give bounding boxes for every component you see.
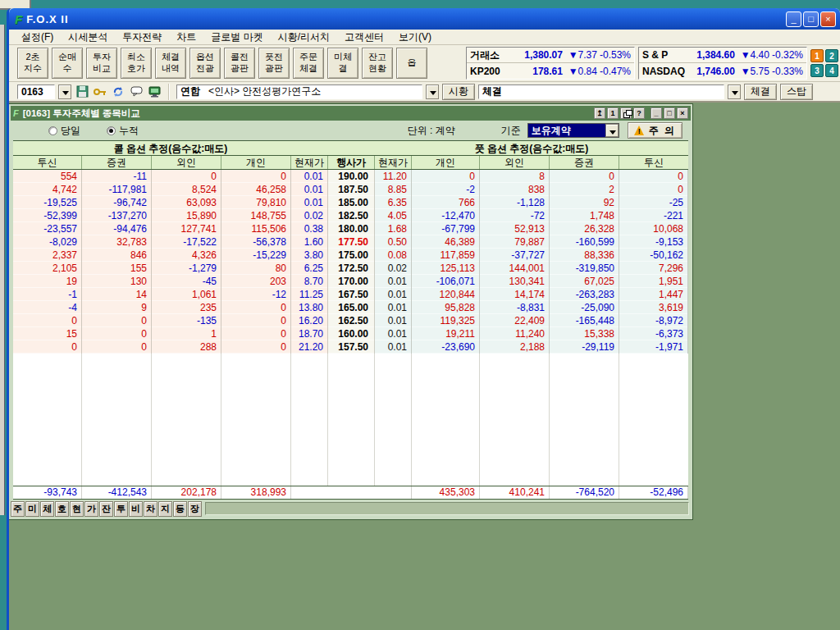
news-ticker-field[interactable]: 연합 <인사> 안전성평가연구소 bbox=[176, 84, 422, 99]
menu-item-4[interactable]: 글로벌 마켓 bbox=[203, 30, 270, 44]
stop-button[interactable]: 스탑 bbox=[780, 84, 813, 100]
put-cell: -50,162 bbox=[619, 249, 688, 262]
table-rows: 554-11000.01190.0011.2008004,742-117,981… bbox=[13, 170, 688, 354]
news-source: 연합 bbox=[180, 84, 200, 98]
put-cell: 0 bbox=[619, 183, 688, 196]
put-cell: -160,599 bbox=[550, 235, 619, 249]
basis-dropdown-icon[interactable] bbox=[605, 124, 619, 137]
cascade-icon[interactable] bbox=[620, 107, 632, 119]
bottom-tab-9[interactable]: 차 bbox=[144, 501, 158, 517]
bottom-tab-10[interactable]: 지 bbox=[158, 501, 172, 517]
monitor-icon[interactable] bbox=[147, 84, 162, 99]
warning-button[interactable]: 주 의 bbox=[628, 122, 682, 139]
index-change: ▼0.84 bbox=[563, 66, 597, 77]
minimize-button[interactable]: _ bbox=[786, 11, 801, 27]
screen-code-dropdown-icon[interactable] bbox=[58, 84, 71, 99]
inner-minimize-icon[interactable]: _ bbox=[651, 107, 662, 119]
toolbar-button-6[interactable]: 콜전 광판 bbox=[224, 48, 255, 79]
toolbar-button-8[interactable]: 주문 체결 bbox=[293, 48, 324, 79]
order-status-field[interactable]: 체결 bbox=[478, 84, 724, 99]
toolbar-button-11[interactable]: 옵 bbox=[396, 48, 427, 79]
radio-cumulative[interactable]: 누적 bbox=[107, 124, 139, 138]
call-cell: 0 bbox=[82, 340, 152, 354]
call-cell: 288 bbox=[152, 340, 221, 354]
call-cell: 80 bbox=[221, 262, 291, 275]
bottom-tab-2[interactable]: 체 bbox=[40, 501, 54, 517]
toolbar-button-0[interactable]: 2초 지수 bbox=[17, 48, 48, 79]
toolbar-button-3[interactable]: 최소 호가 bbox=[121, 48, 152, 79]
put-cell: 125,113 bbox=[412, 262, 480, 275]
help-icon[interactable]: ? bbox=[633, 107, 645, 119]
filler-cell bbox=[412, 354, 480, 486]
quick-slot-1[interactable]: 1 bbox=[810, 49, 824, 62]
filler-cell bbox=[291, 354, 328, 486]
put-price-cell: 0.50 bbox=[375, 235, 412, 249]
menu-item-1[interactable]: 시세분석 bbox=[61, 30, 115, 44]
sihwang-button[interactable]: 시황 bbox=[442, 84, 475, 100]
put-cell: 46,389 bbox=[412, 235, 480, 249]
bottom-tab-12[interactable]: 장 bbox=[188, 501, 202, 517]
floppy-disk-icon[interactable] bbox=[75, 84, 89, 99]
toolbar-button-4[interactable]: 체결 내역 bbox=[155, 48, 186, 79]
put-cell: 2 bbox=[550, 183, 619, 196]
bottom-tab-6[interactable]: 잔 bbox=[99, 501, 113, 517]
bottom-tab-0[interactable]: 주 bbox=[11, 501, 25, 517]
chegyeol-button[interactable]: 체결 bbox=[744, 84, 777, 100]
put-price-cell: 0.01 bbox=[375, 275, 412, 288]
bottom-tab-1[interactable]: 미 bbox=[25, 501, 39, 517]
news-dropdown-icon[interactable] bbox=[426, 84, 439, 99]
bottom-tab-5[interactable]: 가 bbox=[84, 501, 98, 517]
put-cell: 92 bbox=[550, 196, 619, 209]
toolbar-button-10[interactable]: 잔고 현황 bbox=[362, 48, 393, 79]
basis-select[interactable]: 보유계약 bbox=[527, 123, 619, 138]
menu-item-2[interactable]: 투자전략 bbox=[115, 30, 169, 44]
call-cell: -56,378 bbox=[221, 235, 291, 249]
menu-item-6[interactable]: 고객센터 bbox=[337, 30, 391, 44]
bottom-tab-strip bbox=[205, 502, 689, 515]
radio-cumulative-dot[interactable] bbox=[107, 126, 116, 135]
menu-item-7[interactable]: 보기(V) bbox=[391, 30, 439, 44]
inner-maximize-icon[interactable]: □ bbox=[664, 107, 675, 119]
bottom-tab-3[interactable]: 호 bbox=[55, 501, 69, 517]
put-cell: -6,373 bbox=[619, 327, 688, 340]
bottom-tab-4[interactable]: 현 bbox=[70, 501, 84, 517]
put-cell: 11,240 bbox=[480, 327, 550, 340]
control-row: 당일 누적 단위 : 계약 기준 보유계약 주 의 bbox=[11, 121, 691, 140]
key-icon[interactable] bbox=[93, 84, 107, 99]
toolbar-button-2[interactable]: 투자 비교 bbox=[86, 48, 117, 79]
bottom-tab-11[interactable]: 등 bbox=[173, 501, 187, 517]
rollup-icon[interactable]: ↥ bbox=[594, 107, 605, 119]
order-dropdown-icon[interactable] bbox=[728, 84, 741, 99]
quick-slot-4[interactable]: 4 bbox=[825, 64, 838, 77]
toolbar-button-5[interactable]: 옵션 전광 bbox=[189, 48, 221, 79]
inner-close-icon[interactable]: × bbox=[677, 107, 688, 119]
toolbar-button-1[interactable]: 순매 수 bbox=[52, 48, 83, 79]
maximize-button[interactable]: □ bbox=[803, 11, 819, 27]
radio-daily-dot[interactable] bbox=[48, 126, 57, 135]
call-cell: -23,557 bbox=[13, 222, 82, 235]
put-cell: 95,828 bbox=[412, 301, 480, 314]
put-cell: -165,448 bbox=[550, 314, 619, 327]
quick-slot-2[interactable]: 2 bbox=[825, 49, 838, 62]
menu-item-5[interactable]: 시황/리서치 bbox=[271, 30, 337, 44]
put-cell: 52,913 bbox=[480, 222, 550, 235]
quick-slot-3[interactable]: 3 bbox=[810, 64, 824, 77]
toolbar-button-7[interactable]: 풋전 광판 bbox=[258, 48, 290, 79]
menu-item-3[interactable]: 차트 bbox=[169, 30, 203, 44]
put-cell: 2,188 bbox=[480, 340, 550, 354]
index-row: NASDAQ1,746.00▼5.75-0.33% bbox=[639, 63, 806, 79]
speech-bubble-icon[interactable] bbox=[129, 84, 144, 99]
toolbar-button-9[interactable]: 미체 결 bbox=[327, 48, 358, 79]
put-price-cell: 0.01 bbox=[375, 314, 412, 327]
basis-label: 기준 bbox=[501, 124, 521, 138]
bottom-tab-8[interactable]: 비 bbox=[129, 501, 143, 517]
menu-item-0[interactable]: 설정(F) bbox=[14, 30, 61, 44]
close-button[interactable]: × bbox=[820, 11, 836, 27]
bottom-tab-7[interactable]: 투 bbox=[114, 501, 128, 517]
filler-cell bbox=[152, 354, 221, 486]
sync-arrows-icon[interactable] bbox=[111, 84, 126, 99]
radio-daily[interactable]: 당일 bbox=[48, 124, 80, 138]
slot-1-button[interactable]: 1 bbox=[607, 107, 619, 119]
table-filler bbox=[13, 354, 688, 486]
screen-code-input[interactable]: 0163 bbox=[17, 84, 55, 99]
